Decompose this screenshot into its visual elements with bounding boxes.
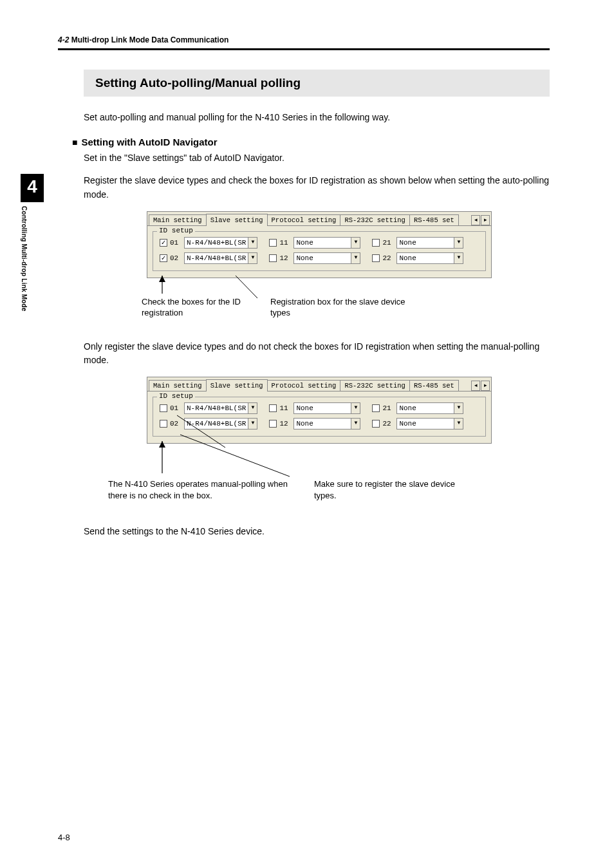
chapter-number: 4 bbox=[21, 174, 44, 202]
subsection-heading-text: Setting with AutoID Navigator bbox=[81, 137, 217, 147]
figure-manual-polling: Main setting Slave setting Protocol sett… bbox=[84, 377, 521, 518]
intro-text: Set auto-polling and manual polling for … bbox=[84, 111, 550, 125]
chapter-vertical-title: Controlling Multi-drop Link Mode bbox=[21, 206, 28, 348]
header-rule bbox=[58, 48, 550, 50]
square-bullet-icon: ■ bbox=[72, 137, 77, 147]
figure-caption-right: Registration box for the slave device ty… bbox=[270, 296, 425, 319]
sub-text-2: Register the slave device types and chec… bbox=[84, 174, 550, 202]
mid-paragraph: Only register the slave device types and… bbox=[84, 340, 550, 368]
running-header: 4-2 Multi-drop Link Mode Data Communicat… bbox=[58, 35, 550, 44]
page-number: 4-8 bbox=[58, 833, 70, 842]
section-number: 4-2 bbox=[58, 35, 69, 44]
figure-caption-left: Check the boxes for the ID registration bbox=[142, 296, 251, 319]
figure-caption-right: Make sure to register the slave device t… bbox=[314, 478, 475, 501]
sub-text-1: Set in the "Slave settings" tab of AutoI… bbox=[84, 151, 550, 165]
page-title: Setting Auto-polling/Manual polling bbox=[84, 70, 550, 97]
subsection-heading: ■Setting with AutoID Navigator bbox=[72, 137, 550, 147]
figure-caption-left: The N-410 Series operates manual-polling… bbox=[108, 478, 301, 501]
section-title: Multi-drop Link Mode Data Communication bbox=[71, 35, 229, 44]
figure-auto-polling: Main setting Slave setting Protocol sett… bbox=[84, 211, 521, 340]
outro-text: Send the settings to the N-410 Series de… bbox=[84, 525, 550, 539]
svg-marker-4 bbox=[159, 441, 165, 448]
chapter-tab: 4 Controlling Multi-drop Link Mode bbox=[21, 174, 44, 348]
svg-line-2 bbox=[236, 276, 257, 298]
svg-line-6 bbox=[180, 435, 290, 476]
annotation-lines bbox=[84, 211, 521, 340]
svg-marker-1 bbox=[159, 276, 165, 282]
